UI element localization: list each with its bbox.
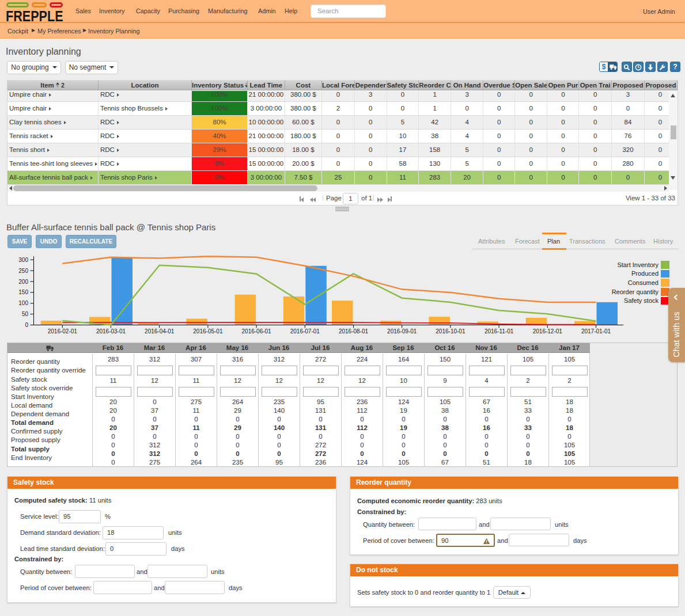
- svg-text:2016-09-01: 2016-09-01: [387, 328, 417, 334]
- svg-text:0: 0: [25, 322, 28, 328]
- svg-text:2016-12-01: 2016-12-01: [533, 328, 563, 334]
- svg-text:250: 250: [18, 268, 28, 274]
- svg-text:300: 300: [18, 257, 28, 263]
- svg-text:2017-01-01: 2017-01-01: [581, 328, 611, 334]
- svg-text:2016-07-01: 2016-07-01: [290, 328, 320, 334]
- svg-text:2016-10-01: 2016-10-01: [436, 328, 466, 334]
- svg-text:2016-11-01: 2016-11-01: [485, 328, 514, 334]
- svg-text:2016-03-01: 2016-03-01: [96, 328, 126, 334]
- svg-text:2016-05-01: 2016-05-01: [193, 328, 223, 334]
- svg-text:2016-06-01: 2016-06-01: [242, 328, 272, 334]
- svg-text:2016-02-01: 2016-02-01: [48, 328, 78, 334]
- svg-text:2016-08-01: 2016-08-01: [339, 328, 369, 334]
- svg-text:50: 50: [22, 311, 29, 317]
- svg-text:200: 200: [18, 279, 28, 285]
- svg-text:100: 100: [18, 300, 28, 306]
- svg-text:2016-04-01: 2016-04-01: [145, 328, 175, 334]
- svg-text:150: 150: [18, 289, 28, 295]
